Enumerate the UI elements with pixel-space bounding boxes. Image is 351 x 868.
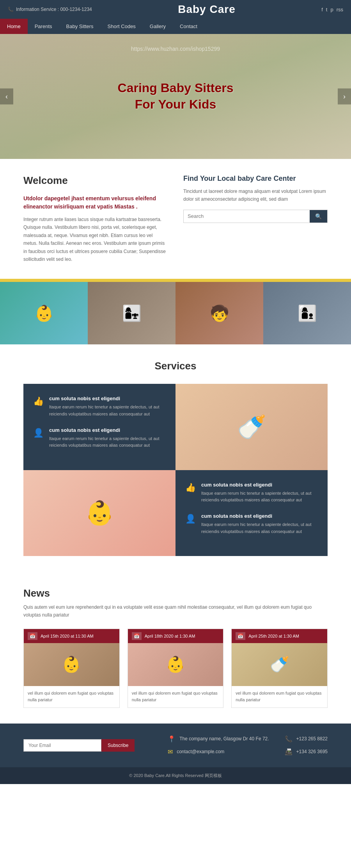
news-card-3-icon: 🍼	[270, 655, 289, 674]
service-item-4: 👤 cum soluta nobis est eligendi Itaque e…	[185, 513, 318, 535]
service-item-3-title: cum soluta nobis est eligendi	[201, 482, 318, 488]
thumbs-up-icon-2: 👍	[185, 483, 196, 493]
service-item-2: 👤 cum soluta nobis est eligendi Itaque e…	[33, 427, 166, 449]
news-card-1-date: April 15th 2020 at 11:30 AM	[41, 634, 94, 638]
welcome-right: Find Your Local baby Care Center Tincidu…	[183, 175, 328, 263]
news-card-3-image: 🍼	[232, 643, 327, 686]
photo-4: 👩‍👦	[263, 282, 351, 344]
news-card-1-icon: 👶	[62, 655, 81, 674]
news-card-2-image: 👶	[128, 643, 223, 686]
service-panel-dark-2: 👍 cum soluta nobis est eligendi Itaque e…	[176, 470, 328, 556]
service-image-1: 🍼	[176, 384, 328, 470]
service-item-3-content: cum soluta nobis est eligendi Itaque ear…	[201, 482, 318, 504]
person-icon-1: 👤	[33, 428, 44, 438]
copyright-text: © 2020 Baby Care.All Rights Reserved 网页模…	[129, 773, 222, 778]
facebook-icon[interactable]: f	[321, 7, 323, 12]
photo-4-icon: 👩‍👦	[263, 282, 351, 344]
nav-baby-sitters[interactable]: Baby Sitters	[59, 19, 101, 34]
thumbs-up-icon-1: 👍	[33, 396, 44, 406]
welcome-left: Welcome Utdolor dapegetel jhast ementum …	[23, 175, 168, 263]
services-grid: 👍 cum soluta nobis est eligendi Itaque e…	[23, 384, 328, 556]
news-card-3: 📅 April 25th 2020 at 1:30 AM 🍼 vel illum…	[231, 629, 328, 708]
welcome-title: Welcome	[23, 175, 168, 187]
news-card-1-text: vel illum qui dolorem eum fugiat quo vol…	[24, 686, 119, 708]
photo-strip: 👶 👩‍👧 🧒 👩‍👦	[0, 282, 351, 344]
photo-2: 👩‍👧	[88, 282, 176, 344]
search-bar: 🔍	[183, 210, 328, 223]
info-label: Information Service : 000-1234-1234	[16, 7, 92, 12]
footer-email-contact: ✉ contact@example.com	[168, 748, 269, 756]
footer-phone1: 📞 +123 265 8822	[285, 735, 328, 743]
calendar-icon-3: 📅	[236, 632, 245, 640]
news-intro: Quis autem vel eum iure reprehenderit qu…	[23, 603, 328, 619]
photo-3-icon: 🧒	[176, 282, 263, 344]
welcome-section: Welcome Utdolor dapegetel jhast ementum …	[0, 159, 351, 279]
news-card-1-header: 📅 April 15th 2020 at 11:30 AM	[24, 629, 119, 643]
nav-home[interactable]: Home	[0, 19, 28, 34]
main-nav: Home Parents Baby Sitters Short Codes Ga…	[0, 19, 351, 34]
service-item-4-content: cum soluta nobis est eligendi Itaque ear…	[201, 513, 318, 535]
welcome-subtitle: Utdolor dapegetel jhast ementum velursus…	[23, 194, 168, 211]
find-text: Tincidunt ut laoreet dolore magna aliqua…	[183, 187, 328, 203]
footer-email-text: contact@example.com	[177, 748, 224, 755]
footer-email-form: Subscribe	[23, 739, 135, 752]
pinterest-icon[interactable]: p	[330, 7, 333, 12]
phone-icon-footer: 📞	[285, 735, 292, 743]
footer-bottom: © 2020 Baby Care.All Rights Reserved 网页模…	[0, 767, 351, 784]
info-text: 📞 Information Service : 000-1234-1234	[8, 7, 92, 12]
news-cards: 📅 April 15th 2020 at 11:30 AM 👶 vel illu…	[23, 629, 328, 708]
service-item-2-text: Itaque earum rerum hic tenetur a sapient…	[49, 435, 166, 449]
news-card-3-text: vel illum qui dolorem eum fugiat quo vol…	[232, 686, 327, 708]
footer-email-input[interactable]	[23, 739, 101, 752]
calendar-icon-1: 📅	[28, 632, 37, 640]
service-item-4-title: cum soluta nobis est eligendi	[201, 513, 318, 519]
footer-top: Subscribe 📍 The company name, Glasgow Dr…	[0, 724, 351, 767]
location-icon: 📍	[168, 735, 176, 743]
nav-parents[interactable]: Parents	[28, 19, 59, 34]
phone-icon: 📞	[8, 7, 14, 12]
twitter-icon[interactable]: t	[326, 7, 328, 12]
search-input[interactable]	[184, 210, 310, 223]
news-card-2: 📅 April 18th 2020 at 1:30 AM 👶 vel illum…	[128, 629, 224, 708]
welcome-body: Integer rutrum ante liases lacus sisque …	[23, 216, 168, 263]
footer-contact: 📍 The company name, Glasgow Dr 40 Fe 72.…	[168, 735, 328, 756]
footer-phone2-text: +134 326 3695	[296, 748, 328, 755]
hero-section: https://www.huzhan.com/ishop15299 Caring…	[0, 34, 351, 159]
find-title: Find Your Local baby Care Center	[183, 175, 328, 183]
footer-address-text: The company name, Glasgow Dr 40 Fe 72.	[179, 735, 269, 742]
rss-icon[interactable]: rss	[337, 7, 343, 12]
news-card-3-header: 📅 April 25th 2020 at 1:30 AM	[232, 629, 327, 643]
news-card-1: 📅 April 15th 2020 at 11:30 AM 👶 vel illu…	[23, 629, 120, 708]
service-item-3: 👍 cum soluta nobis est eligendi Itaque e…	[185, 482, 318, 504]
hero-line1: Caring Baby Sitters	[118, 80, 234, 96]
hero-line2: For Your Kids	[118, 96, 234, 113]
footer-contact-col-2: 📞 +123 265 8822 📠 +134 326 3695	[285, 735, 328, 756]
footer-phone2: 📠 +134 326 3695	[285, 748, 328, 756]
news-title: News	[23, 587, 328, 599]
brand-title: Baby Care	[178, 3, 236, 16]
nav-short-codes[interactable]: Short Codes	[101, 19, 143, 34]
subscribe-button[interactable]: Subscribe	[101, 739, 135, 752]
fax-icon: 📠	[285, 748, 292, 756]
nav-contact[interactable]: Contact	[173, 19, 204, 34]
search-button[interactable]: 🔍	[310, 210, 327, 223]
footer-contact-col-1: 📍 The company name, Glasgow Dr 40 Fe 72.…	[168, 735, 269, 756]
news-card-2-date: April 18th 2020 at 1:30 AM	[145, 634, 195, 638]
service-item-1-text: Itaque earum rerum hic tenetur a sapient…	[49, 404, 166, 417]
service-panel-dark-1: 👍 cum soluta nobis est eligendi Itaque e…	[23, 384, 176, 470]
hero-prev-button[interactable]: ‹	[0, 89, 13, 105]
hero-next-button[interactable]: ›	[338, 89, 351, 105]
services-section: Services 👍 cum soluta nobis est eligendi…	[0, 344, 351, 572]
social-links: f t p rss	[321, 7, 343, 12]
footer-address: 📍 The company name, Glasgow Dr 40 Fe 72.	[168, 735, 269, 743]
email-icon: ✉	[168, 748, 173, 756]
top-bar: 📞 Information Service : 000-1234-1234 Ba…	[0, 0, 351, 19]
service-item-2-title: cum soluta nobis est eligendi	[49, 427, 166, 433]
photo-1-icon: 👶	[0, 282, 88, 344]
photo-1: 👶	[0, 282, 88, 344]
photo-3: 🧒	[176, 282, 263, 344]
service-item-4-text: Itaque earum rerum hic tenetur a sapient…	[201, 521, 318, 535]
nav-gallery[interactable]: Gallery	[143, 19, 173, 34]
footer-phone1-text: +123 265 8822	[296, 735, 328, 742]
news-card-2-header: 📅 April 18th 2020 at 1:30 AM	[128, 629, 223, 643]
